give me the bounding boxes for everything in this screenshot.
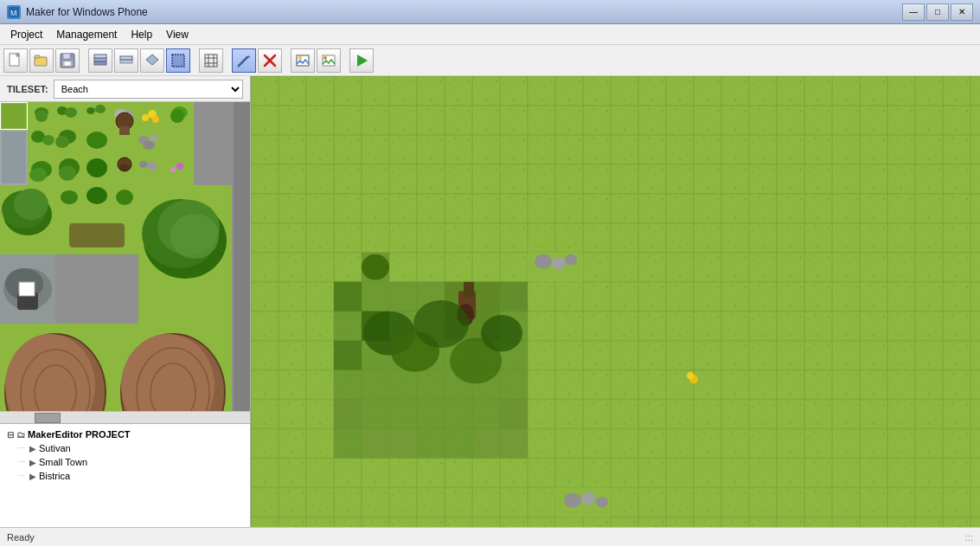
svg-point-138: [362, 254, 389, 280]
svg-rect-87: [166, 157, 194, 185]
svg-point-41: [65, 107, 77, 118]
tileset-label: TILESET:: [7, 84, 48, 94]
svg-rect-152: [334, 341, 362, 370]
svg-point-80: [86, 158, 107, 177]
svg-point-86: [147, 162, 157, 170]
app-title: Maker for Windows Phone: [26, 6, 902, 18]
play-button[interactable]: [349, 48, 374, 73]
status-bar: Ready :::: [0, 527, 980, 546]
tree-item-smalltown[interactable]: ⋯ ▶ Small Town: [3, 455, 247, 469]
save-button[interactable]: [55, 48, 80, 73]
svg-rect-9: [64, 61, 71, 66]
tree-root-icon: 🗂: [16, 430, 25, 440]
layer1-button[interactable]: [88, 48, 112, 73]
tree-label-sutivan: Sutivan: [39, 443, 71, 453]
map-canvas: [251, 76, 980, 527]
title-bar: M Maker for Windows Phone — □ ✕: [0, 0, 980, 24]
svg-point-100: [61, 190, 78, 204]
tileset-selector: TILESET: Beach Forest Desert City Dungeo…: [0, 76, 250, 102]
layer3-button[interactable]: [140, 48, 164, 73]
project-tree: ⊟ 🗂 MakerEditor PROJECT ⋯ ▶ Sutivan ⋯ ▶ …: [0, 423, 250, 527]
pencil-button[interactable]: [232, 48, 256, 73]
maximize-button[interactable]: □: [926, 3, 949, 21]
app-icon: M: [7, 5, 21, 19]
tree-root-label: MakerEditor PROJECT: [28, 429, 131, 440]
svg-point-59: [42, 135, 54, 145]
svg-point-155: [413, 300, 469, 348]
svg-point-93: [14, 189, 48, 220]
tileset-hscrollbar[interactable]: [0, 411, 250, 423]
svg-point-143: [565, 254, 577, 266]
svg-rect-107: [19, 282, 35, 296]
main-area: TILESET: Beach Forest Desert City Dungeo…: [0, 76, 980, 527]
tree-expand-icon-2: ▶: [29, 458, 36, 467]
svg-point-54: [170, 109, 184, 123]
svg-rect-35: [2, 104, 26, 128]
menu-view[interactable]: View: [159, 27, 195, 42]
svg-rect-67: [119, 126, 130, 135]
svg-point-149: [687, 372, 694, 379]
window-controls: — □ ✕: [902, 3, 973, 21]
tileset-canvas: [0, 102, 234, 411]
select-button[interactable]: [166, 48, 190, 73]
svg-point-62: [55, 136, 69, 148]
svg-point-50: [142, 114, 149, 121]
svg-rect-160: [472, 428, 528, 458]
svg-rect-7: [63, 54, 70, 59]
svg-rect-5: [35, 55, 40, 58]
image1-button[interactable]: [291, 48, 315, 73]
tree-collapse-icon: ⊟: [7, 430, 14, 440]
minimize-button[interactable]: —: [902, 3, 925, 21]
menu-help[interactable]: Help: [124, 27, 159, 42]
tileset-select[interactable]: Beach Forest Desert City Dungeon: [54, 80, 243, 99]
menu-management[interactable]: Management: [49, 27, 124, 42]
svg-point-164: [564, 493, 581, 508]
status-dots: :::: [965, 532, 973, 543]
svg-point-31: [323, 56, 327, 60]
svg-point-85: [139, 161, 148, 168]
svg-rect-21: [205, 55, 217, 67]
tree-expand-icon-3: ▶: [29, 472, 36, 481]
map-area[interactable]: [251, 76, 980, 527]
svg-rect-11: [94, 55, 106, 58]
layer2-button[interactable]: [114, 48, 138, 73]
svg-rect-109: [69, 223, 125, 247]
tree-item-sutivan[interactable]: ⋯ ▶ Sutivan: [3, 441, 247, 455]
toolbar: [0, 45, 980, 76]
svg-point-75: [29, 168, 47, 182]
tree-item-bistrica[interactable]: ⋯ ▶ Bistrica: [3, 469, 247, 483]
svg-rect-12: [94, 61, 106, 65]
tree-label-smalltown: Small Town: [39, 457, 87, 467]
open-button[interactable]: [29, 48, 54, 73]
svg-point-142: [552, 257, 566, 270]
svg-point-29: [298, 56, 302, 60]
svg-point-141: [535, 254, 552, 269]
tree-label-bistrica: Bistrica: [39, 471, 70, 481]
svg-point-70: [150, 135, 158, 142]
image2-button[interactable]: [317, 48, 341, 73]
svg-point-101: [86, 187, 107, 204]
svg-marker-32: [357, 55, 368, 67]
new-button[interactable]: [3, 48, 28, 73]
svg-rect-72: [166, 130, 194, 157]
left-panel: TILESET: Beach Forest Desert City Dungeo…: [0, 76, 251, 527]
eraser-button[interactable]: [258, 48, 282, 73]
grid-button[interactable]: [199, 48, 223, 73]
close-button[interactable]: ✕: [951, 3, 973, 21]
svg-point-78: [59, 165, 76, 181]
menu-project[interactable]: Project: [3, 27, 49, 42]
tileset-area[interactable]: [0, 102, 250, 411]
svg-rect-146: [464, 282, 474, 299]
svg-point-43: [86, 107, 95, 114]
svg-rect-158: [500, 282, 528, 312]
svg-point-64: [86, 132, 107, 149]
svg-rect-159: [500, 400, 528, 429]
svg-point-38: [35, 110, 48, 122]
svg-rect-161: [362, 428, 417, 458]
svg-point-98: [170, 214, 219, 259]
svg-point-51: [152, 116, 159, 123]
tree-expand-icon-1: ▶: [29, 444, 36, 453]
svg-rect-27: [297, 55, 309, 66]
svg-rect-16: [172, 55, 184, 67]
tree-root[interactable]: ⊟ 🗂 MakerEditor PROJECT: [3, 427, 247, 441]
